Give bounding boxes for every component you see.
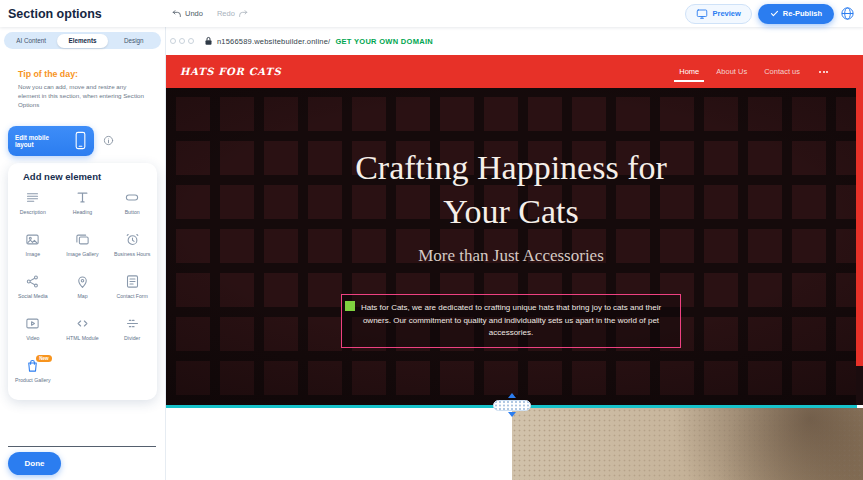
undo-label: Undo: [185, 9, 203, 18]
heading-icon: [75, 190, 90, 206]
hero-subheading[interactable]: More than Just Accessories: [418, 246, 604, 266]
undo-icon: [172, 9, 182, 19]
site-header: Hats for Cats Home About Us Contact us: [166, 55, 856, 88]
tab-ai-content[interactable]: AI Content: [6, 34, 57, 48]
element-label: HTML Module: [66, 335, 98, 341]
preview-label: Preview: [712, 9, 740, 18]
get-domain-link[interactable]: GET YOUR OWN DOMAIN: [335, 37, 433, 46]
preview-button[interactable]: Preview: [685, 4, 751, 24]
button-icon: [124, 190, 140, 206]
add-panel-title: Add new element: [8, 171, 157, 182]
divider-icon: [125, 316, 140, 332]
element-label: Map: [77, 293, 87, 299]
history-controls: Undo Redo: [172, 0, 248, 27]
description-icon: [25, 190, 40, 206]
new-badge: New: [36, 355, 51, 362]
element-label: Divider: [124, 335, 140, 341]
hero-section[interactable]: Crafting Happiness for Your Cats More th…: [166, 88, 856, 405]
add-element-image[interactable]: Image: [8, 232, 58, 266]
app-window: Section options Undo Redo Preview Re-Pub…: [0, 0, 863, 480]
nav-about[interactable]: About Us: [716, 67, 747, 76]
element-grid: Description Heading Button Image Image G: [8, 190, 157, 392]
element-label: Video: [26, 335, 39, 341]
edit-mobile-label: Edit mobile layout: [15, 134, 61, 148]
topbar: Section options Undo Redo Preview Re-Pub…: [0, 0, 863, 27]
add-element-product-gallery[interactable]: New Product Gallery: [8, 358, 58, 392]
add-element-button[interactable]: Button: [107, 190, 157, 224]
republish-label: Re-Publish: [783, 9, 822, 18]
hero-heading[interactable]: Crafting Happiness for Your Cats: [355, 146, 667, 234]
arrow-down-icon: [508, 412, 516, 417]
republish-button[interactable]: Re-Publish: [758, 4, 834, 24]
add-element-map[interactable]: Map: [58, 274, 108, 308]
add-element-divider[interactable]: Divider: [107, 316, 157, 350]
browser-chrome: n1566589.websitebuilder.online/ GET YOUR…: [166, 27, 863, 55]
element-label: Image: [26, 251, 40, 257]
image-gallery-icon: [75, 232, 90, 248]
sidebar-divider: [8, 446, 156, 447]
element-label: Description: [20, 209, 46, 215]
sidebar-tabs: AI Content Elements Design: [4, 32, 161, 49]
drag-dots-icon: [493, 400, 531, 411]
undo-button[interactable]: Undo: [172, 9, 203, 19]
redo-icon: [238, 9, 248, 19]
hero-heading-line1: Crafting Happiness for: [355, 146, 667, 190]
redo-button[interactable]: Redo: [217, 9, 248, 19]
selection-handle[interactable]: [345, 301, 355, 311]
element-label: Product Gallery: [15, 377, 51, 383]
add-element-description[interactable]: Description: [8, 190, 58, 224]
tab-elements[interactable]: Elements: [57, 34, 108, 48]
hero-description-box[interactable]: Hats for Cats, we are dedicated to craft…: [341, 294, 681, 347]
site-url: n1566589.websitebuilder.online/: [217, 37, 330, 46]
info-button[interactable]: [103, 135, 114, 146]
element-label: Button: [125, 209, 140, 215]
tip-body: Now you can add, move and resize any ele…: [18, 83, 150, 110]
edit-mobile-layout-button[interactable]: Edit mobile layout: [8, 126, 94, 156]
arrow-up-icon: [508, 393, 516, 398]
right-edge-strip-dark: [856, 366, 863, 405]
add-element-image-gallery[interactable]: Image Gallery: [58, 232, 108, 266]
add-element-video[interactable]: Video: [8, 316, 58, 350]
element-label: Contact Form: [116, 293, 147, 299]
topbar-actions: Preview Re-Publish: [685, 4, 855, 24]
video-icon: [25, 316, 40, 332]
sidebar: AI Content Elements Design Tip of the da…: [0, 27, 166, 480]
map-pin-icon: [75, 274, 90, 290]
element-label: Heading: [73, 209, 92, 215]
add-element-business-hours[interactable]: Business Hours: [107, 232, 157, 266]
add-element-contact-form[interactable]: Contact Form: [107, 274, 157, 308]
code-icon: [75, 316, 90, 332]
page-title: Section options: [8, 7, 102, 21]
image-icon: [25, 232, 40, 248]
phone-icon: [74, 131, 87, 150]
tab-design[interactable]: Design: [108, 34, 159, 48]
element-label: Image Gallery: [66, 251, 98, 257]
element-label: Business Hours: [114, 251, 150, 257]
window-dot: [188, 38, 194, 44]
language-globe-button[interactable]: [840, 6, 855, 21]
window-dot: [179, 38, 185, 44]
add-element-heading[interactable]: Heading: [58, 190, 108, 224]
preview-area: n1566589.websitebuilder.online/ GET YOUR…: [166, 27, 863, 480]
section-resize-handle[interactable]: [493, 393, 531, 417]
nav-contact[interactable]: Contact us: [764, 67, 800, 76]
business-hours-icon: [125, 232, 140, 248]
tip-of-the-day: Tip of the day: Now you can add, move an…: [18, 69, 151, 110]
lock-icon: [204, 36, 213, 46]
hero-heading-line2: Your Cats: [355, 190, 667, 234]
contact-form-icon: [125, 274, 140, 290]
tip-title: Tip of the day:: [18, 69, 151, 79]
next-section-photo[interactable]: [512, 408, 863, 480]
edit-mobile-row: Edit mobile layout: [8, 126, 165, 156]
site-logo[interactable]: Hats for Cats: [180, 66, 281, 77]
add-element-html-module[interactable]: HTML Module: [58, 316, 108, 350]
nav-more-icon[interactable]: [817, 69, 830, 75]
monitor-icon: [696, 8, 708, 20]
window-dot: [170, 38, 176, 44]
add-element-social-media[interactable]: Social Media: [8, 274, 58, 308]
social-media-icon: [25, 274, 40, 290]
add-new-element-panel: Add new element Description Heading Butt…: [8, 163, 157, 400]
done-button[interactable]: Done: [8, 452, 61, 475]
redo-label: Redo: [217, 9, 235, 18]
nav-home[interactable]: Home: [679, 67, 699, 76]
